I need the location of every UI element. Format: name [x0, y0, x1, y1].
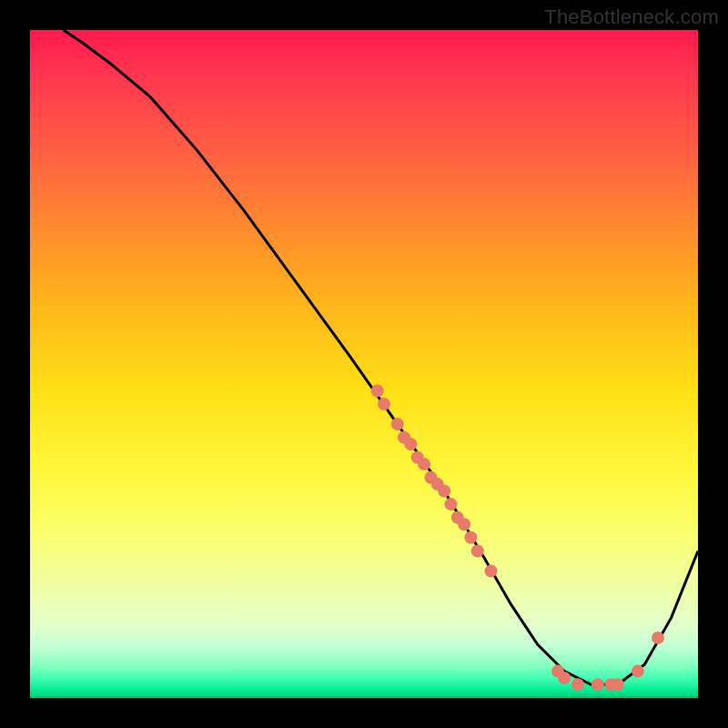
scatter-point	[398, 431, 410, 444]
watermark-text: TheBottleneck.com	[544, 5, 719, 29]
scatter-point	[471, 545, 484, 558]
scatter-point	[485, 565, 498, 578]
scatter-point	[444, 498, 457, 511]
scatter-point	[558, 672, 571, 684]
scatter-point	[451, 511, 464, 524]
scatter-point	[424, 471, 437, 484]
scatter-point	[592, 678, 604, 691]
scatter-point	[431, 478, 444, 490]
curve-line	[64, 30, 698, 684]
chart-svg	[30, 30, 698, 698]
scatter-point	[404, 438, 417, 450]
scatter-point	[605, 678, 618, 691]
chart-outer: TheBottleneck.com	[0, 0, 728, 728]
scatter-point	[371, 384, 384, 397]
scatter-point	[411, 451, 424, 464]
scatter-point	[391, 418, 404, 430]
scatter-point	[571, 678, 584, 691]
scatter-point	[464, 531, 477, 544]
scatter-point	[378, 398, 390, 410]
scatter-point	[438, 485, 450, 498]
scatter-point	[458, 518, 470, 531]
scatter-markers	[371, 384, 664, 691]
scatter-point	[652, 632, 664, 644]
scatter-point	[632, 665, 644, 678]
plot-area	[30, 30, 698, 698]
scatter-point	[418, 458, 430, 470]
scatter-point	[612, 678, 624, 691]
scatter-point	[551, 665, 564, 678]
